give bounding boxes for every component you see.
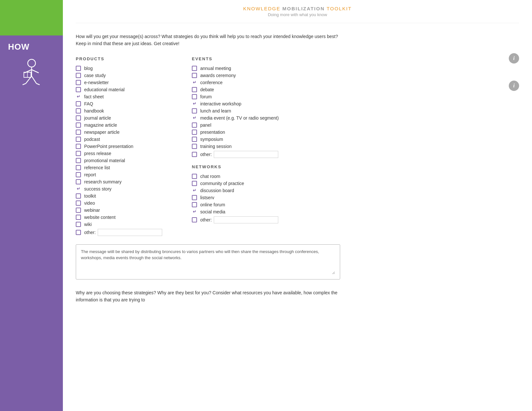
checkbox-icon[interactable]	[76, 108, 81, 113]
checkbox-label: other:	[200, 217, 212, 222]
info-button-1[interactable]: i	[509, 53, 519, 64]
list-item: podcast	[76, 137, 179, 142]
checkbox-icon[interactable]	[192, 87, 197, 92]
checkbox-icon[interactable]	[76, 165, 81, 170]
checkbox-icon[interactable]	[76, 101, 81, 106]
checkbox-icon[interactable]	[192, 130, 197, 135]
checkbox-arrow-icon[interactable]: ↵	[76, 94, 81, 99]
bottom-text: Why are you choosing these strategies? W…	[76, 289, 340, 304]
svg-line-3	[32, 76, 36, 83]
list-item: report	[76, 172, 179, 177]
checkbox-icon[interactable]	[192, 217, 197, 222]
networks-list: chat roomcommunity of practice↵discussio…	[192, 174, 519, 223]
checkbox-label: discussion board	[200, 188, 234, 193]
checkbox-arrow-icon[interactable]: ↵	[192, 115, 197, 121]
checkbox-icon[interactable]	[192, 108, 197, 113]
other-input[interactable]	[98, 229, 162, 236]
checkbox-label: fact sheet	[84, 94, 104, 99]
list-item: ↵success story	[76, 186, 179, 191]
checkbox-icon[interactable]	[76, 66, 81, 71]
checkbox-label: interactive workshop	[200, 101, 241, 106]
checkbox-arrow-icon[interactable]: ↵	[192, 101, 197, 106]
list-item: PowerPoint presentation	[76, 144, 179, 149]
other-input[interactable]	[214, 151, 278, 158]
svg-line-8	[36, 83, 40, 85]
checkbox-arrow-icon[interactable]: ↵	[192, 188, 197, 193]
checkbox-icon[interactable]	[192, 73, 197, 78]
checkbox-icon[interactable]	[76, 208, 81, 213]
checkbox-icon[interactable]	[192, 137, 197, 142]
list-item: newspaper article	[76, 130, 179, 135]
strategy-textarea[interactable]	[81, 249, 335, 274]
list-item: blog	[76, 66, 179, 71]
checkbox-icon[interactable]	[76, 179, 81, 184]
checkbox-arrow-icon[interactable]: ↵	[192, 80, 197, 85]
checkbox-icon[interactable]	[76, 230, 81, 235]
how-label: HOW	[8, 42, 30, 52]
header-title: KNOWLEDGE MOBILIZATION TOOLKIT	[76, 6, 519, 11]
checkbox-icon[interactable]	[192, 144, 197, 149]
checkbox-icon[interactable]	[76, 115, 81, 121]
checkbox-label: webinar	[84, 208, 100, 213]
checkbox-arrow-icon[interactable]: ↵	[192, 209, 197, 214]
checkbox-label: press release	[84, 151, 111, 156]
products-list: blogcase studye-newslettereducational ma…	[76, 66, 179, 236]
checkbox-icon[interactable]	[192, 181, 197, 186]
checkbox-icon[interactable]	[192, 195, 197, 200]
list-item: forum	[192, 94, 519, 99]
checkbox-icon[interactable]	[76, 151, 81, 156]
checkbox-icon[interactable]	[192, 66, 197, 71]
checkbox-icon[interactable]	[76, 80, 81, 85]
intro-text: How will you get your message(s) across?…	[76, 33, 340, 47]
checkbox-icon[interactable]	[76, 158, 81, 163]
checkbox-label: e-newsletter	[84, 80, 109, 85]
checkbox-label: video	[84, 201, 95, 206]
list-item: lunch and learn	[192, 108, 519, 113]
checkbox-icon[interactable]	[76, 137, 81, 142]
checkbox-label: community of practice	[200, 181, 244, 186]
checkbox-label: magazine article	[84, 122, 117, 128]
header: KNOWLEDGE MOBILIZATION TOOLKIT Doing mor…	[76, 0, 519, 23]
checkbox-icon[interactable]	[76, 193, 81, 199]
checkbox-icon[interactable]	[76, 87, 81, 92]
list-item: debate	[192, 87, 519, 92]
info-button-2[interactable]: i	[509, 81, 519, 91]
list-item: research summary	[76, 179, 179, 184]
checkbox-icon[interactable]	[192, 122, 197, 128]
checkbox-icon[interactable]	[76, 73, 81, 78]
list-item: e-newsletter	[76, 80, 179, 85]
checkbox-icon[interactable]	[76, 122, 81, 128]
list-item: training session	[192, 144, 519, 149]
checkbox-label: other:	[84, 230, 96, 235]
checkbox-icon[interactable]	[76, 130, 81, 135]
list-item: presentation	[192, 130, 519, 135]
svg-point-0	[28, 59, 35, 67]
checkbox-icon[interactable]	[76, 222, 81, 227]
checkbox-icon[interactable]	[76, 144, 81, 149]
checkbox-icon[interactable]	[76, 201, 81, 206]
checkbox-icon[interactable]	[192, 94, 197, 99]
checkbox-label: promotional material	[84, 158, 125, 163]
checkbox-label: reference list	[84, 165, 110, 170]
sidebar-content: HOW	[0, 35, 63, 94]
checkbox-label: podcast	[84, 137, 100, 142]
checkbox-label: FAQ	[84, 101, 93, 106]
checkbox-label: case study	[84, 73, 106, 78]
checkbox-icon[interactable]	[76, 215, 81, 220]
list-item: community of practice	[192, 181, 519, 186]
checkbox-arrow-icon[interactable]: ↵	[76, 186, 81, 191]
checkbox-icon[interactable]	[76, 172, 81, 177]
checkbox-icon[interactable]	[192, 202, 197, 207]
checkbox-label: toolkit	[84, 193, 96, 199]
checkbox-icon[interactable]	[192, 174, 197, 179]
checkbox-label: media event (e.g. TV or radio segment)	[200, 115, 279, 121]
checkbox-label: panel	[200, 122, 211, 128]
other-input[interactable]	[214, 216, 278, 223]
list-item: case study	[76, 73, 179, 78]
list-item: webinar	[76, 208, 179, 213]
checkbox-icon[interactable]	[192, 152, 197, 157]
checkbox-label: PowerPoint presentation	[84, 144, 133, 149]
list-item: ↵interactive workshop	[192, 101, 519, 106]
list-item: other:	[192, 151, 519, 158]
products-title: PRODUCTS	[76, 56, 179, 61]
